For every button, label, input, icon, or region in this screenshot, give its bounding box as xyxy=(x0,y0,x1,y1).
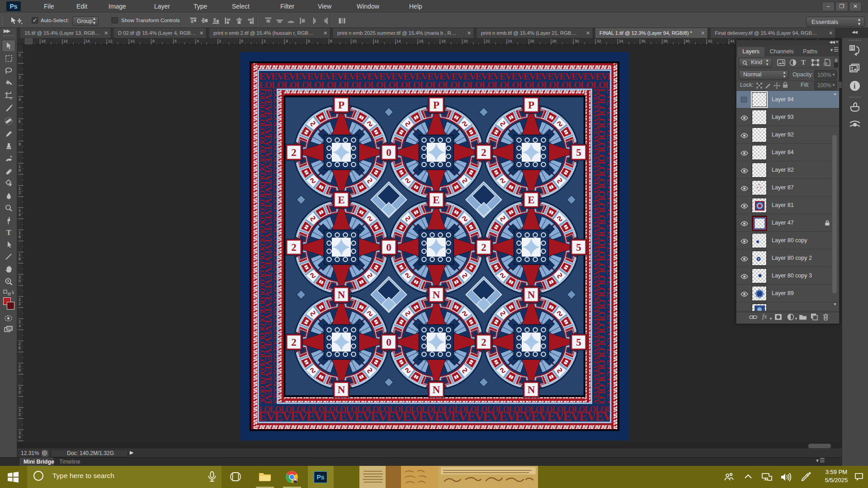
svg-text:N: N xyxy=(433,289,440,300)
svg-text:6: 6 xyxy=(175,39,177,43)
svg-text:14: 14 xyxy=(85,39,90,43)
svg-text:42: 42 xyxy=(708,39,712,43)
svg-text:4: 4 xyxy=(197,39,199,43)
svg-text:0: 0 xyxy=(386,337,392,348)
svg-text:8: 8 xyxy=(19,142,21,146)
svg-text:EVEVEVEVEVEVEVEVEVEVEVEVEVEVEV: EVEVEVEVEVEVEVEVEVEVEVEVEVEVEVEVEVEVEVEV… xyxy=(258,409,629,423)
svg-text:18: 18 xyxy=(41,39,46,43)
svg-text:5: 5 xyxy=(576,147,581,158)
svg-text:40: 40 xyxy=(685,39,690,43)
svg-text:6: 6 xyxy=(308,39,310,43)
svg-text:0: 0 xyxy=(386,242,392,253)
svg-text:38: 38 xyxy=(663,39,668,43)
svg-text:N: N xyxy=(528,384,535,395)
svg-text:4: 4 xyxy=(19,97,21,102)
svg-text:N: N xyxy=(528,289,535,300)
svg-text:20: 20 xyxy=(463,39,468,43)
svg-text:5: 5 xyxy=(576,337,581,348)
svg-text:E: E xyxy=(433,194,439,206)
svg-text:16: 16 xyxy=(419,39,424,43)
svg-text:8: 8 xyxy=(330,39,332,43)
svg-text:2: 2 xyxy=(291,242,297,253)
svg-text:18: 18 xyxy=(441,39,446,43)
svg-text:2: 2 xyxy=(481,147,486,158)
svg-text:8: 8 xyxy=(19,257,21,261)
svg-text:12: 12 xyxy=(374,39,379,43)
svg-text:6: 6 xyxy=(19,346,21,350)
svg-text:4: 4 xyxy=(19,324,21,328)
svg-text:36: 36 xyxy=(641,39,646,43)
svg-text:2: 2 xyxy=(19,301,21,306)
svg-text:8: 8 xyxy=(19,368,21,372)
svg-text:EVEVEVEVEVEVEVEVEVEVEVEVEVEVEV: EVEVEVEVEVEVEVEVEVEVEVEVEVEVEVEVEVEVEVEV… xyxy=(592,89,599,441)
svg-text:6: 6 xyxy=(19,119,21,124)
svg-text:T: T xyxy=(6,229,11,236)
svg-text:6: 6 xyxy=(19,235,21,239)
svg-text:0: 0 xyxy=(241,39,243,43)
svg-text:8: 8 xyxy=(152,39,155,43)
svg-text:5: 5 xyxy=(576,242,581,253)
svg-text:44: 44 xyxy=(730,39,735,43)
svg-text:2: 2 xyxy=(291,147,297,158)
svg-text:14: 14 xyxy=(396,39,401,43)
svg-text:28: 28 xyxy=(552,39,557,43)
svg-text:2: 2 xyxy=(19,75,21,80)
svg-text:P: P xyxy=(528,99,534,111)
svg-text:0: 0 xyxy=(19,168,21,173)
svg-text:LOLOLOLOLOLOLOLOLOLOLOLOLOLOLO: LOLOLOLOLOLOLOLOLOLOLOLOLOLOLOLOLOLOLOLO… xyxy=(259,89,266,441)
svg-text:0: 0 xyxy=(19,53,21,57)
svg-text:N: N xyxy=(338,289,345,300)
svg-text:2: 2 xyxy=(19,412,21,417)
svg-text:10: 10 xyxy=(130,39,135,43)
svg-text:P: P xyxy=(338,99,344,111)
svg-text:N: N xyxy=(338,384,345,395)
svg-text:2: 2 xyxy=(291,337,297,348)
svg-text:i: i xyxy=(854,82,856,90)
svg-text:12: 12 xyxy=(108,39,113,43)
svg-text:34: 34 xyxy=(619,39,623,43)
svg-text:10: 10 xyxy=(352,39,357,43)
svg-text:2: 2 xyxy=(19,190,21,195)
svg-text:2: 2 xyxy=(264,39,266,43)
svg-text:4: 4 xyxy=(19,212,21,217)
svg-text:2: 2 xyxy=(481,242,486,253)
svg-text:0: 0 xyxy=(386,147,392,158)
svg-text:0: 0 xyxy=(19,390,21,394)
svg-text:0: 0 xyxy=(19,279,21,283)
svg-text:30: 30 xyxy=(575,39,579,43)
svg-text:22: 22 xyxy=(486,39,490,43)
svg-text:P: P xyxy=(433,99,439,111)
svg-text:2: 2 xyxy=(481,337,486,348)
svg-text:E: E xyxy=(528,194,534,206)
svg-text:N: N xyxy=(433,384,440,395)
svg-text:2: 2 xyxy=(219,39,221,43)
svg-text:32: 32 xyxy=(597,39,601,43)
svg-text:E: E xyxy=(338,194,344,206)
svg-text:16: 16 xyxy=(63,39,68,43)
svg-text:4: 4 xyxy=(19,435,21,439)
svg-text:4: 4 xyxy=(286,39,288,43)
svg-text:24: 24 xyxy=(508,39,512,43)
svg-text:26: 26 xyxy=(530,39,534,43)
